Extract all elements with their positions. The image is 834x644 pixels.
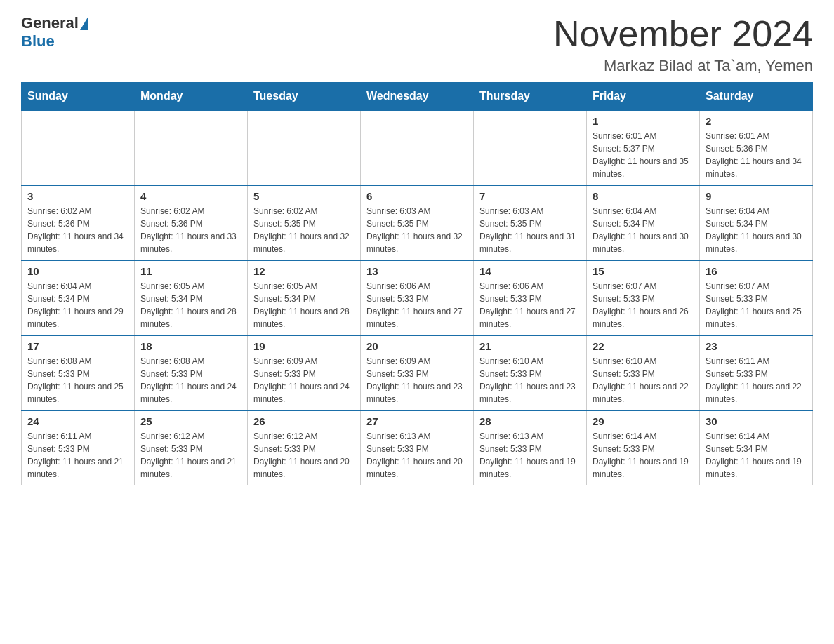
day-info: Sunrise: 6:05 AM Sunset: 5:34 PM Dayligh… bbox=[140, 280, 241, 330]
calendar-cell: 14Sunrise: 6:06 AM Sunset: 5:33 PM Dayli… bbox=[474, 260, 587, 335]
day-info: Sunrise: 6:08 AM Sunset: 5:33 PM Dayligh… bbox=[27, 355, 128, 405]
day-info: Sunrise: 6:11 AM Sunset: 5:33 PM Dayligh… bbox=[706, 355, 807, 405]
calendar-cell: 20Sunrise: 6:09 AM Sunset: 5:33 PM Dayli… bbox=[361, 335, 474, 410]
calendar-cell bbox=[361, 110, 474, 185]
day-number: 17 bbox=[27, 340, 128, 352]
logo-general-text: General bbox=[21, 14, 79, 32]
calendar-cell bbox=[22, 110, 135, 185]
day-number: 12 bbox=[253, 265, 355, 277]
calendar-cell: 17Sunrise: 6:08 AM Sunset: 5:33 PM Dayli… bbox=[22, 335, 135, 410]
calendar-cell: 1Sunrise: 6:01 AM Sunset: 5:37 PM Daylig… bbox=[587, 110, 700, 185]
calendar-header-tuesday: Tuesday bbox=[248, 83, 361, 111]
calendar-cell: 29Sunrise: 6:14 AM Sunset: 5:33 PM Dayli… bbox=[587, 410, 700, 485]
subtitle: Markaz Bilad at Ta`am, Yemen bbox=[553, 57, 813, 75]
calendar-header-wednesday: Wednesday bbox=[361, 83, 474, 111]
day-info: Sunrise: 6:06 AM Sunset: 5:33 PM Dayligh… bbox=[366, 280, 468, 330]
calendar-cell: 19Sunrise: 6:09 AM Sunset: 5:33 PM Dayli… bbox=[248, 335, 361, 410]
calendar-cell: 26Sunrise: 6:12 AM Sunset: 5:33 PM Dayli… bbox=[248, 410, 361, 485]
day-info: Sunrise: 6:07 AM Sunset: 5:33 PM Dayligh… bbox=[706, 280, 807, 330]
calendar-cell: 15Sunrise: 6:07 AM Sunset: 5:33 PM Dayli… bbox=[587, 260, 700, 335]
calendar-cell: 22Sunrise: 6:10 AM Sunset: 5:33 PM Dayli… bbox=[587, 335, 700, 410]
day-number: 19 bbox=[253, 340, 355, 352]
day-info: Sunrise: 6:07 AM Sunset: 5:33 PM Dayligh… bbox=[593, 280, 694, 330]
day-number: 1 bbox=[593, 115, 694, 127]
day-number: 27 bbox=[366, 415, 468, 427]
day-info: Sunrise: 6:03 AM Sunset: 5:35 PM Dayligh… bbox=[366, 205, 468, 255]
day-number: 7 bbox=[479, 190, 581, 202]
calendar-header-friday: Friday bbox=[587, 83, 700, 111]
calendar-cell bbox=[248, 110, 361, 185]
day-info: Sunrise: 6:04 AM Sunset: 5:34 PM Dayligh… bbox=[593, 205, 694, 255]
day-info: Sunrise: 6:11 AM Sunset: 5:33 PM Dayligh… bbox=[27, 430, 128, 481]
day-number: 10 bbox=[27, 265, 128, 277]
day-number: 28 bbox=[479, 415, 581, 427]
main-title: November 2024 bbox=[553, 14, 813, 54]
calendar-week-1: 1Sunrise: 6:01 AM Sunset: 5:37 PM Daylig… bbox=[22, 110, 813, 185]
day-number: 23 bbox=[706, 340, 807, 352]
calendar-cell: 25Sunrise: 6:12 AM Sunset: 5:33 PM Dayli… bbox=[135, 410, 248, 485]
calendar-week-4: 17Sunrise: 6:08 AM Sunset: 5:33 PM Dayli… bbox=[22, 335, 813, 410]
day-info: Sunrise: 6:13 AM Sunset: 5:33 PM Dayligh… bbox=[479, 430, 581, 481]
calendar-cell: 7Sunrise: 6:03 AM Sunset: 5:35 PM Daylig… bbox=[474, 185, 587, 260]
day-info: Sunrise: 6:04 AM Sunset: 5:34 PM Dayligh… bbox=[27, 280, 128, 330]
calendar-header-row: SundayMondayTuesdayWednesdayThursdayFrid… bbox=[22, 83, 813, 111]
day-number: 4 bbox=[140, 190, 241, 202]
day-number: 13 bbox=[366, 265, 468, 277]
day-info: Sunrise: 6:01 AM Sunset: 5:37 PM Dayligh… bbox=[593, 130, 694, 180]
calendar-cell: 13Sunrise: 6:06 AM Sunset: 5:33 PM Dayli… bbox=[361, 260, 474, 335]
calendar-table: SundayMondayTuesdayWednesdayThursdayFrid… bbox=[21, 82, 813, 485]
day-info: Sunrise: 6:14 AM Sunset: 5:33 PM Dayligh… bbox=[593, 430, 694, 481]
day-number: 22 bbox=[593, 340, 694, 352]
day-info: Sunrise: 6:05 AM Sunset: 5:34 PM Dayligh… bbox=[253, 280, 355, 330]
calendar-cell: 18Sunrise: 6:08 AM Sunset: 5:33 PM Dayli… bbox=[135, 335, 248, 410]
day-info: Sunrise: 6:12 AM Sunset: 5:33 PM Dayligh… bbox=[140, 430, 241, 481]
logo-blue-text: Blue bbox=[21, 32, 55, 50]
day-number: 6 bbox=[366, 190, 468, 202]
calendar-cell: 30Sunrise: 6:14 AM Sunset: 5:34 PM Dayli… bbox=[700, 410, 813, 485]
day-number: 2 bbox=[706, 115, 807, 127]
day-info: Sunrise: 6:03 AM Sunset: 5:35 PM Dayligh… bbox=[479, 205, 581, 255]
day-number: 3 bbox=[27, 190, 128, 202]
page-header: General Blue November 2024 Markaz Bilad … bbox=[21, 14, 813, 75]
calendar-cell: 23Sunrise: 6:11 AM Sunset: 5:33 PM Dayli… bbox=[700, 335, 813, 410]
calendar-cell: 12Sunrise: 6:05 AM Sunset: 5:34 PM Dayli… bbox=[248, 260, 361, 335]
day-number: 18 bbox=[140, 340, 241, 352]
calendar-cell: 6Sunrise: 6:03 AM Sunset: 5:35 PM Daylig… bbox=[361, 185, 474, 260]
day-info: Sunrise: 6:01 AM Sunset: 5:36 PM Dayligh… bbox=[706, 130, 807, 180]
calendar-week-3: 10Sunrise: 6:04 AM Sunset: 5:34 PM Dayli… bbox=[22, 260, 813, 335]
day-info: Sunrise: 6:02 AM Sunset: 5:36 PM Dayligh… bbox=[140, 205, 241, 255]
day-info: Sunrise: 6:04 AM Sunset: 5:34 PM Dayligh… bbox=[706, 205, 807, 255]
calendar-cell: 2Sunrise: 6:01 AM Sunset: 5:36 PM Daylig… bbox=[700, 110, 813, 185]
day-number: 25 bbox=[140, 415, 241, 427]
day-info: Sunrise: 6:08 AM Sunset: 5:33 PM Dayligh… bbox=[140, 355, 241, 405]
day-number: 20 bbox=[366, 340, 468, 352]
day-number: 21 bbox=[479, 340, 581, 352]
calendar-cell: 21Sunrise: 6:10 AM Sunset: 5:33 PM Dayli… bbox=[474, 335, 587, 410]
day-info: Sunrise: 6:14 AM Sunset: 5:34 PM Dayligh… bbox=[706, 430, 807, 481]
calendar-cell bbox=[135, 110, 248, 185]
logo: General Blue bbox=[21, 14, 90, 51]
calendar-cell: 10Sunrise: 6:04 AM Sunset: 5:34 PM Dayli… bbox=[22, 260, 135, 335]
day-info: Sunrise: 6:13 AM Sunset: 5:33 PM Dayligh… bbox=[366, 430, 468, 481]
day-number: 24 bbox=[27, 415, 128, 427]
calendar-header-saturday: Saturday bbox=[700, 83, 813, 111]
day-number: 5 bbox=[253, 190, 355, 202]
day-info: Sunrise: 6:09 AM Sunset: 5:33 PM Dayligh… bbox=[253, 355, 355, 405]
calendar-header-monday: Monday bbox=[135, 83, 248, 111]
calendar-cell: 11Sunrise: 6:05 AM Sunset: 5:34 PM Dayli… bbox=[135, 260, 248, 335]
calendar-week-2: 3Sunrise: 6:02 AM Sunset: 5:36 PM Daylig… bbox=[22, 185, 813, 260]
day-info: Sunrise: 6:06 AM Sunset: 5:33 PM Dayligh… bbox=[479, 280, 581, 330]
calendar-header-sunday: Sunday bbox=[22, 83, 135, 111]
calendar-cell: 28Sunrise: 6:13 AM Sunset: 5:33 PM Dayli… bbox=[474, 410, 587, 485]
day-info: Sunrise: 6:02 AM Sunset: 5:35 PM Dayligh… bbox=[253, 205, 355, 255]
day-number: 15 bbox=[593, 265, 694, 277]
calendar-header-thursday: Thursday bbox=[474, 83, 587, 111]
calendar-cell bbox=[474, 110, 587, 185]
day-info: Sunrise: 6:12 AM Sunset: 5:33 PM Dayligh… bbox=[253, 430, 355, 481]
calendar-cell: 5Sunrise: 6:02 AM Sunset: 5:35 PM Daylig… bbox=[248, 185, 361, 260]
calendar-cell: 8Sunrise: 6:04 AM Sunset: 5:34 PM Daylig… bbox=[587, 185, 700, 260]
calendar-cell: 3Sunrise: 6:02 AM Sunset: 5:36 PM Daylig… bbox=[22, 185, 135, 260]
day-info: Sunrise: 6:10 AM Sunset: 5:33 PM Dayligh… bbox=[479, 355, 581, 405]
day-info: Sunrise: 6:02 AM Sunset: 5:36 PM Dayligh… bbox=[27, 205, 128, 255]
day-number: 30 bbox=[706, 415, 807, 427]
